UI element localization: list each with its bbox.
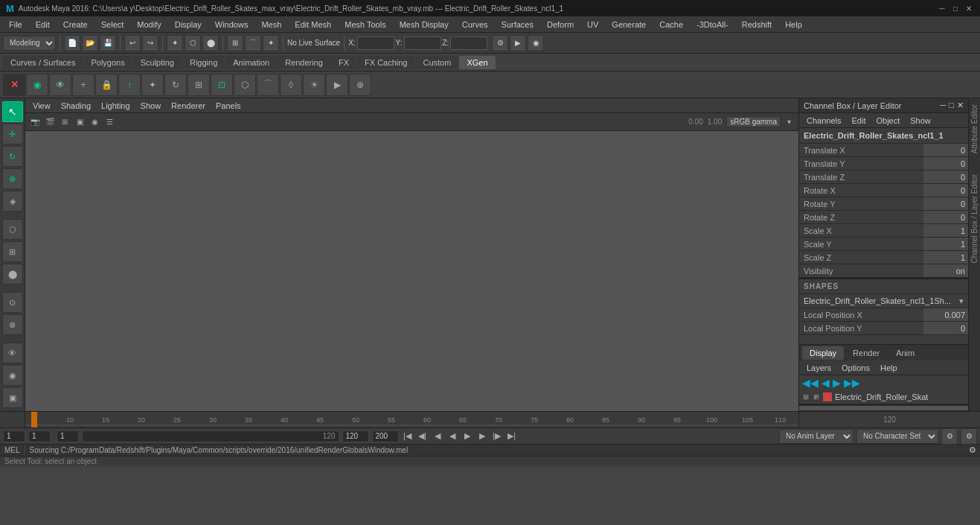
channel-val-rx[interactable]: 0 bbox=[923, 184, 968, 197]
select-tool[interactable]: ✦ bbox=[167, 35, 183, 51]
shelf-icon-rotate[interactable]: ↻ bbox=[164, 74, 187, 96]
channel-rotate-x[interactable]: Rotate X 0 bbox=[799, 184, 968, 197]
vp-menu-panels[interactable]: Panels bbox=[211, 100, 246, 112]
layer-arrow-left-left[interactable]: ◀◀ bbox=[802, 377, 819, 389]
ipr-button[interactable]: ◉ bbox=[528, 35, 544, 51]
next-key-button[interactable]: ▶ bbox=[476, 430, 488, 442]
menu-curves[interactable]: Curves bbox=[456, 19, 494, 31]
tab-rigging[interactable]: Rigging bbox=[182, 56, 225, 69]
titlebar-controls[interactable]: ─ □ ✕ bbox=[937, 3, 974, 13]
layer-menu-layers[interactable]: Layers bbox=[802, 362, 836, 374]
anim-prefs-button[interactable]: ⚙ bbox=[941, 428, 958, 445]
layer-menu-options[interactable]: Options bbox=[837, 362, 874, 374]
timeline-playhead[interactable] bbox=[31, 412, 37, 427]
workspace-dropdown[interactable]: Modeling bbox=[3, 36, 56, 51]
vp-menu-show[interactable]: Show bbox=[136, 100, 166, 112]
tab-fx-caching[interactable]: FX Caching bbox=[357, 56, 414, 69]
render-settings-button[interactable]: ⚙ bbox=[492, 35, 508, 51]
tab-render[interactable]: Render bbox=[845, 346, 887, 360]
cb-menu-edit[interactable]: Edit bbox=[847, 115, 870, 127]
frame-range-field[interactable]: 1 bbox=[57, 430, 79, 442]
menu-3dtoall[interactable]: -3DtoAll- bbox=[691, 19, 734, 31]
prev-key-button[interactable]: ◀ bbox=[432, 430, 443, 442]
menu-generate[interactable]: Generate bbox=[606, 19, 652, 31]
tab-polygons[interactable]: Polygons bbox=[83, 56, 132, 69]
menu-file[interactable]: File bbox=[3, 19, 28, 31]
layer-visibility-toggle[interactable]: V bbox=[802, 393, 810, 401]
z-input[interactable] bbox=[450, 36, 487, 50]
layer-color-swatch[interactable] bbox=[823, 392, 832, 401]
y-input[interactable] bbox=[404, 36, 441, 50]
tab-curves-surfaces[interactable]: Curves / Surfaces bbox=[3, 56, 83, 69]
shelf-icon-light[interactable]: ☀ bbox=[303, 74, 325, 96]
layer-playback-toggle[interactable]: P bbox=[813, 393, 820, 401]
tab-rendering[interactable]: Rendering bbox=[278, 56, 330, 69]
shelf-icon-eye[interactable]: 👁 bbox=[49, 74, 71, 96]
paint-tool[interactable]: ⬤ bbox=[202, 35, 219, 51]
cb-minimize-icon[interactable]: ─ bbox=[941, 101, 947, 110]
show-hide[interactable]: 👁 bbox=[2, 343, 23, 363]
shapes-expand-icon[interactable]: ▾ bbox=[959, 296, 964, 306]
channel-val-ty[interactable]: 0 bbox=[923, 157, 968, 170]
channel-scale-z[interactable]: Scale Z 1 bbox=[799, 251, 968, 264]
cb-menu-channels[interactable]: Channels bbox=[802, 115, 845, 127]
attr-tab-label[interactable]: Attribute Editor bbox=[969, 101, 980, 156]
minimize-button[interactable]: ─ bbox=[937, 3, 947, 13]
tab-anim[interactable]: Anim bbox=[888, 346, 922, 360]
shelf-icon-layers[interactable]: ⊞ bbox=[188, 74, 210, 96]
tab-display[interactable]: Display bbox=[802, 346, 844, 360]
shelf-icon-curve[interactable]: ⌒ bbox=[257, 74, 279, 96]
scrollbar-thumb[interactable] bbox=[799, 406, 968, 410]
wireframe-button[interactable]: ▣ bbox=[73, 115, 86, 129]
go-end-button[interactable]: ▶| bbox=[506, 430, 518, 442]
menu-select[interactable]: Select bbox=[95, 19, 130, 31]
horizontal-scrollbar[interactable] bbox=[799, 405, 968, 411]
menu-redshift[interactable]: Redshift bbox=[736, 19, 778, 31]
open-scene-button[interactable]: 📂 bbox=[82, 35, 98, 51]
cb-menu-show[interactable]: Show bbox=[906, 115, 935, 127]
vp-menu-renderer[interactable]: Renderer bbox=[167, 100, 210, 112]
cb-close-icon[interactable]: ✕ bbox=[957, 101, 964, 110]
vp-menu-view[interactable]: View bbox=[28, 100, 55, 112]
shelf-icon-lock[interactable]: 🔒 bbox=[95, 74, 118, 96]
rotate-tool-button[interactable]: ↻ bbox=[2, 146, 23, 167]
vp-menu-lighting[interactable]: Lighting bbox=[97, 100, 135, 112]
char-prefs-button[interactable]: ⚙ bbox=[961, 428, 977, 445]
shelf-icon-arrow[interactable]: ↑ bbox=[118, 74, 141, 96]
end-frame-field[interactable]: 120 bbox=[342, 430, 369, 442]
channel-translate-x[interactable]: Translate X 0 bbox=[799, 144, 968, 157]
gamma-selector[interactable]: sRGB gamma bbox=[726, 116, 781, 127]
menu-help[interactable]: Help bbox=[779, 19, 808, 31]
cb-menu-object[interactable]: Object bbox=[871, 115, 904, 127]
shelf-icon-circle[interactable]: ◉ bbox=[26, 74, 48, 96]
menu-surfaces[interactable]: Surfaces bbox=[496, 19, 539, 31]
channel-local-pos-x[interactable]: Local Position X 0.007 bbox=[799, 308, 968, 322]
tab-sculpting[interactable]: Sculpting bbox=[133, 56, 182, 69]
shelf-icon-move[interactable]: ✦ bbox=[141, 74, 164, 96]
vp-menu-shading[interactable]: Shading bbox=[57, 100, 95, 112]
channel-val-lpy[interactable]: 0 bbox=[923, 322, 968, 334]
menu-display[interactable]: Display bbox=[169, 19, 208, 31]
shelf-icon-deform[interactable]: ◊ bbox=[280, 74, 302, 96]
channel-val-ry[interactable]: 0 bbox=[923, 197, 968, 210]
channel-local-pos-y[interactable]: Local Position Y 0 bbox=[799, 322, 968, 335]
paint-select[interactable]: ⬤ bbox=[2, 264, 23, 284]
close-button[interactable]: ✕ bbox=[964, 3, 974, 13]
shelf-icon-mesh[interactable]: ⊡ bbox=[211, 74, 233, 96]
start-frame-field[interactable]: 1 bbox=[3, 430, 25, 442]
undo-button[interactable]: ↩ bbox=[124, 35, 141, 51]
snap-obj[interactable]: ⊗ bbox=[2, 314, 23, 335]
layer-arrow-left[interactable]: ◀ bbox=[822, 377, 830, 389]
tab-xgen[interactable]: XGen bbox=[459, 56, 495, 69]
channel-val-sz[interactable]: 1 bbox=[923, 251, 968, 264]
isolate-select[interactable]: ◉ bbox=[2, 365, 23, 386]
channel-translate-z[interactable]: Translate Z 0 bbox=[799, 171, 968, 184]
channel-val-sx[interactable]: 1 bbox=[923, 224, 968, 237]
go-start-button[interactable]: |◀ bbox=[402, 430, 414, 442]
channel-val-tx[interactable]: 0 bbox=[923, 144, 968, 156]
shelf-icon-extra1[interactable]: ⊕ bbox=[349, 74, 371, 96]
maximize-button[interactable]: □ bbox=[950, 3, 961, 13]
menu-uv[interactable]: UV bbox=[581, 19, 604, 31]
hud-button[interactable]: ☰ bbox=[103, 115, 116, 129]
move-tool-button[interactable]: ✛ bbox=[2, 124, 23, 144]
